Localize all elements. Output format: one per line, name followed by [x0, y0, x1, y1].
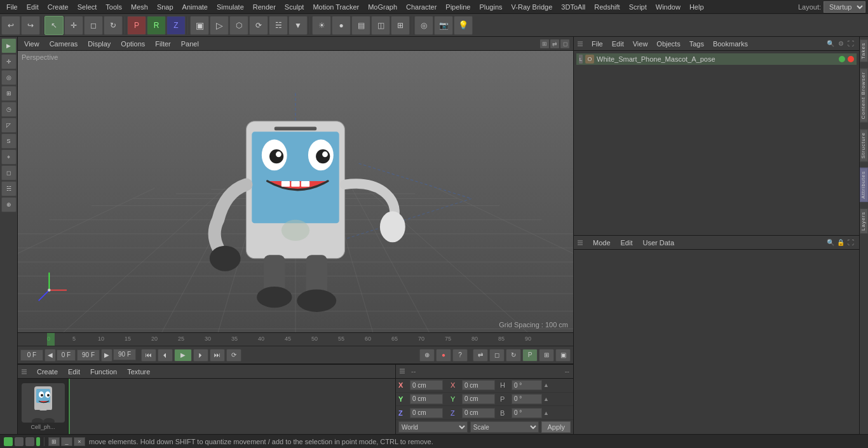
- deformer-button[interactable]: ▼: [288, 16, 308, 35]
- brush-button[interactable]: ◎: [414, 16, 433, 35]
- attr-menu-edit[interactable]: Edit: [618, 238, 635, 248]
- start-frame-input[interactable]: [57, 350, 76, 361]
- menu-render[interactable]: Render: [249, 2, 280, 12]
- viewport-menu-cameras[interactable]: Cameras: [47, 39, 81, 49]
- sphere-button[interactable]: ▷: [210, 16, 229, 35]
- obj-settings-icon[interactable]: ⚙: [836, 39, 845, 48]
- menu-3dtoall[interactable]: 3DToAll: [557, 2, 589, 12]
- preview-end-input[interactable]: [113, 349, 136, 360]
- menu-pipeline[interactable]: Pipeline: [442, 2, 474, 12]
- spline-button[interactable]: ⟳: [249, 16, 268, 35]
- help-button[interactable]: ?: [452, 349, 468, 362]
- sidebar-time-btn[interactable]: ◷: [1, 102, 17, 117]
- viewport-menu-view[interactable]: View: [22, 39, 42, 49]
- window-btn-3[interactable]: ×: [74, 437, 85, 446]
- array-button[interactable]: ◫: [371, 16, 390, 35]
- kf-menu-edit[interactable]: Edit: [65, 367, 83, 377]
- menu-sculpt[interactable]: Sculpt: [281, 2, 308, 12]
- vp-icon-3[interactable]: ◻: [560, 39, 569, 48]
- cylinder-button[interactable]: ⬡: [229, 16, 248, 35]
- attr-search-icon[interactable]: 🔍: [826, 238, 835, 247]
- move-key-btn[interactable]: ⇄: [473, 349, 488, 362]
- menu-snap[interactable]: Snap: [153, 2, 177, 12]
- obj-menu-objects[interactable]: Objects: [654, 39, 682, 49]
- coord-y-size-input[interactable]: [462, 394, 495, 404]
- menu-script[interactable]: Script: [625, 2, 651, 12]
- pos-key-btn[interactable]: P: [522, 349, 538, 362]
- obj-menu-view[interactable]: View: [630, 39, 651, 49]
- camera-button[interactable]: ●: [332, 16, 351, 35]
- menu-simulate[interactable]: Simulate: [213, 2, 248, 12]
- select-tool-button[interactable]: ↖: [44, 16, 64, 35]
- boole-button[interactable]: ⊞: [391, 16, 410, 35]
- coord-x-arrow[interactable]: ▲: [543, 382, 549, 388]
- obj-menu-edit[interactable]: Edit: [609, 39, 627, 49]
- rotate-key-btn[interactable]: ↻: [506, 349, 521, 362]
- viewport-menu-display[interactable]: Display: [85, 39, 113, 49]
- menu-create[interactable]: Create: [44, 2, 72, 12]
- sidebar-tri-btn[interactable]: ◸: [1, 118, 17, 133]
- menu-redshift[interactable]: Redshift: [590, 2, 623, 12]
- menu-window[interactable]: Window: [652, 2, 684, 12]
- obj-menu-tags[interactable]: Tags: [687, 39, 707, 49]
- redo-button[interactable]: ↪: [21, 16, 40, 35]
- undo-button[interactable]: ↩: [1, 16, 20, 35]
- rotate-tool-button[interactable]: ↻: [104, 16, 123, 35]
- coord-p-input[interactable]: [512, 394, 542, 404]
- attr-lock-icon[interactable]: 🔒: [836, 238, 845, 247]
- go-end-button[interactable]: ⏭: [210, 349, 225, 362]
- frame-range-arrow-left[interactable]: ◀: [44, 349, 56, 362]
- window-btn-1[interactable]: ⊞: [48, 437, 60, 446]
- menu-animate[interactable]: Animate: [179, 2, 212, 12]
- sidebar-rotate-btn[interactable]: ◎: [1, 70, 17, 85]
- light-button[interactable]: ☀: [312, 16, 331, 35]
- layout-select[interactable]: Startup: [824, 1, 865, 13]
- render-button[interactable]: 💡: [454, 16, 473, 35]
- frame-range-arrow-right[interactable]: ▶: [101, 349, 112, 362]
- loop-button[interactable]: ⟳: [226, 349, 241, 362]
- menu-character[interactable]: Character: [402, 2, 440, 12]
- scale-key-btn[interactable]: ◻: [489, 349, 505, 362]
- structure-tab[interactable]: Structure: [860, 129, 868, 161]
- sidebar-magnet-btn[interactable]: ⌖: [1, 149, 17, 165]
- sidebar-plus-btn[interactable]: ⊕: [1, 197, 17, 212]
- vp-icon-1[interactable]: ⊞: [540, 39, 549, 48]
- menu-mograph[interactable]: MoGraph: [364, 2, 401, 12]
- end-frame-input[interactable]: [77, 350, 100, 361]
- x-axis-button[interactable]: P: [127, 16, 146, 35]
- sidebar-scale-btn[interactable]: ⊞: [1, 86, 17, 101]
- menu-mesh[interactable]: Mesh: [127, 2, 152, 12]
- coord-h-input[interactable]: [512, 380, 542, 390]
- coord-z-size-input[interactable]: [462, 408, 495, 418]
- floor-button[interactable]: ▤: [351, 16, 370, 35]
- coord-y-pos-input[interactable]: [410, 394, 443, 404]
- menu-help[interactable]: Help: [686, 2, 708, 12]
- scale-tool-button[interactable]: ◻: [84, 16, 103, 35]
- attr-expand-icon[interactable]: ⛶: [846, 238, 855, 247]
- go-start-button[interactable]: ⏮: [141, 349, 156, 362]
- menu-tools[interactable]: Tools: [102, 2, 126, 12]
- kf-menu-function[interactable]: Function: [88, 367, 119, 377]
- obj-menu-bookmarks[interactable]: Bookmarks: [710, 39, 750, 49]
- y-axis-button[interactable]: R: [147, 16, 166, 35]
- menu-plugins[interactable]: Plugins: [475, 2, 506, 12]
- coord-z-pos-input[interactable]: [410, 408, 443, 418]
- add-keyframe-button[interactable]: ⊕: [419, 349, 435, 362]
- menu-edit[interactable]: Edit: [23, 2, 43, 12]
- snapshot-button[interactable]: 📷: [434, 16, 453, 35]
- record-button[interactable]: ●: [436, 349, 451, 362]
- vp-icon-2[interactable]: ⇄: [550, 39, 559, 48]
- obj-search-icon[interactable]: 🔍: [826, 39, 835, 48]
- sidebar-move-btn[interactable]: ✛: [1, 54, 17, 69]
- takes-tab[interactable]: Takes: [860, 39, 868, 62]
- content-browser-tab[interactable]: Content Browser: [860, 69, 868, 123]
- current-frame-input[interactable]: [20, 350, 43, 361]
- attributes-tab[interactable]: Attributes: [860, 168, 868, 202]
- coord-world-select[interactable]: World Object: [398, 421, 468, 433]
- menu-motion-tracker[interactable]: Motion Tracker: [309, 2, 363, 12]
- grid-key-btn[interactable]: ⊞: [539, 349, 554, 362]
- sidebar-box2-btn[interactable]: ◻: [1, 165, 17, 180]
- keyframe-track[interactable]: [69, 379, 395, 434]
- sidebar-grid-btn[interactable]: ☵: [1, 181, 17, 196]
- viewport-menu-options[interactable]: Options: [118, 39, 147, 49]
